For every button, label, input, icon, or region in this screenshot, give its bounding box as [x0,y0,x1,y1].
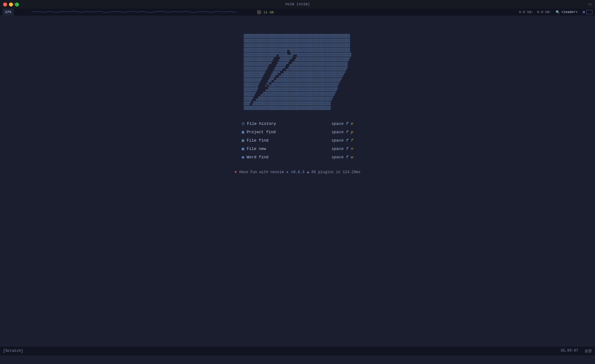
statusbar-bottom: [Scratch] 36,99-97 全部 [0,347,595,355]
footer-text: Have Fun with neovim [239,170,284,174]
heart-icon: ♥ [235,170,237,174]
cursor-position: 36,99-97 [560,349,578,354]
main-content: ████████████████████████████████████████… [0,15,595,355]
square-icon-project [242,131,244,134]
project-find-shortcut: space f p [332,130,353,134]
file-find-label: File find [247,138,268,143]
wave-area [14,9,254,15]
file-find-shortcut: space f f [332,138,353,143]
ram-indicator: ⬛ 11 GB [254,9,277,15]
statusbar-bottom-right: 36,99-97 全部 [560,349,592,354]
close-button[interactable] [3,2,7,7]
menu-item-left-file-history: File history [242,121,276,126]
net-up: 0.0 kB↑ [535,9,553,15]
menu-item-project-find[interactable]: Project find space f p [242,129,353,136]
search-icon: 🔍 [556,10,560,14]
shortcut-label: ⌘2 [14,2,18,6]
word-find-label: Word find [247,155,268,160]
window-right-label: ≡1 [588,2,592,6]
menu-section: File history space f e Project find spac… [242,120,353,161]
menu-item-left-word-find: Word find [242,155,268,160]
window-title: nvim (nvim) [285,2,310,7]
file-history-label: File history [247,121,276,126]
cpu-percent: 17% [2,9,14,15]
menu-item-file-history[interactable]: File history space f e [242,120,353,127]
menu-item-file-new[interactable]: File new space f n [242,145,353,152]
file-history-shortcut: space f e [332,121,353,126]
project-find-label: Project find [247,130,276,134]
footer-section: ♥ Have Fun with neovim ● v0.8.3 ▲ 89 plu… [235,170,360,174]
net-down: 0.0 kB↓ [517,9,535,15]
menu-item-word-find[interactable]: Word find space f w [242,154,353,161]
statusbar-top: 17% ⬛ 11 GB 0.0 kB↓ 0.0 kB↑ 🔍 <leader> [0,9,595,15]
minimize-button[interactable] [9,2,13,7]
titlebar: ⌘2 nvim (nvim) ≡1 [0,0,595,9]
spacer1 [277,9,517,15]
clock-icon [242,122,245,125]
footer-version: v0.8.3 [291,170,304,174]
scroll-position: 全部 [584,349,592,354]
menu-item-left-file-new: File new [242,147,266,151]
menu-item-left-project-find: Project find [242,130,276,134]
status-circle [583,11,585,13]
square-icon-new [242,148,244,150]
menu-item-left-file-find: File find [242,138,268,143]
file-new-shortcut: space f n [332,147,353,151]
file-new-label: File new [247,147,266,151]
search-area: 🔍 <leader> [553,10,580,14]
footer-plugins: ▲ 89 plugins in 124.29ms [307,170,360,174]
footer-dot: ● [286,170,289,174]
buffer-name: [Scratch] [3,349,23,353]
square-icon-file [242,139,244,142]
status-box [586,10,593,14]
dot-icon-word [242,156,244,159]
menu-item-file-find[interactable]: File find space f f [242,137,353,144]
search-text: <leader> [561,10,578,14]
word-find-shortcut: space f w [332,155,353,160]
ascii-art: ████████████████████████████████████████… [244,34,351,110]
